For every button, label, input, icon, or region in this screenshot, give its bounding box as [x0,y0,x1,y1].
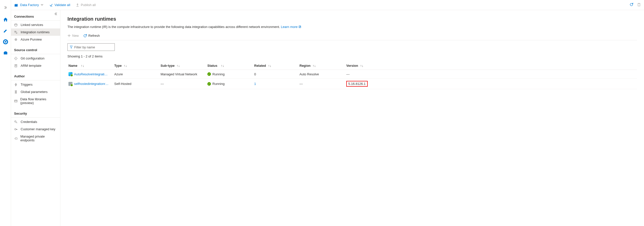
version-value: --- [346,72,350,76]
related-link[interactable]: 1 [254,82,256,86]
sort-icon: ↑↓ [313,64,316,68]
table-header: Name↑↓ Type↑↓ Sub-type↑↓ Status↑↓ Relate… [67,62,637,70]
section-author-title: Author [11,72,60,80]
discard-icon [637,3,641,7]
nav-managed-private-endpoints[interactable]: Managed private endpoints [11,133,60,144]
subtype-value: --- [161,82,207,86]
mpe-icon [14,137,18,140]
col-name-header[interactable]: Name↑↓ [67,64,114,68]
nav-azure-purview-label: Azure Purview [21,38,42,41]
svg-point-9 [16,33,17,34]
nav-data-flow-libraries[interactable]: Data flow libraries (preview) [11,95,60,107]
linked-services-icon [14,23,18,27]
sort-icon: ↑↓ [124,64,127,68]
nav-linked-services[interactable]: Linked services [11,21,60,28]
cmk-icon [14,127,18,131]
col-subtype-header[interactable]: Sub-type↑↓ [161,64,207,68]
nav-triggers[interactable]: Triggers [11,81,60,88]
global-parameters-icon [14,90,18,94]
nav-global-parameters-label: Global parameters [21,90,48,94]
sort-icon: ↑↓ [360,64,363,68]
filter-by-name[interactable] [67,43,115,51]
type-value: Azure [114,72,161,76]
expand-rail-button[interactable] [0,2,11,13]
runtime-name-link[interactable]: selfhostedintegrationrun... [74,82,109,86]
nav-integration-runtimes-label: Integration runtimes [21,30,50,34]
new-button[interactable]: New [67,34,79,38]
nav-arm-template[interactable]: ARM template [11,62,60,69]
table-row: AutoResolveIntegrationR... Azure Managed… [67,70,637,79]
icon-rail [0,0,11,226]
validate-all-label: Validate all [54,3,70,7]
svg-rect-5 [15,5,18,7]
collapse-panel-button[interactable] [54,12,58,16]
svg-rect-4 [5,51,7,52]
svg-point-11 [16,39,16,40]
page-description: The integration runtime (IR) is the comp… [67,25,637,29]
topbar: Data Factory Validate all Publish all [11,0,644,10]
svg-rect-14 [15,91,17,91]
section-security-title: Security [11,109,60,118]
filter-input[interactable] [74,45,112,49]
manage-icon[interactable] [0,47,11,58]
publish-all-button: Publish all [76,3,96,7]
sort-icon: ↑↓ [177,64,180,68]
section-connections-title: Connections [11,12,60,21]
nav-azure-purview[interactable]: Azure Purview [11,36,60,43]
col-version-header[interactable]: Version↑↓ [346,64,376,68]
nav-triggers-label: Triggers [21,83,32,86]
nav-data-flow-libraries-label: Data flow libraries (preview) [20,97,57,105]
nav-credentials-label: Credentials [21,120,37,124]
section-sourcecontrol-title: Source control [11,46,60,54]
sort-icon: ↑↓ [81,64,84,68]
main-content: Integration runtimes The integration run… [60,10,644,226]
svg-point-12 [16,58,16,59]
author-icon[interactable] [0,25,11,36]
col-region-header[interactable]: Region↑↓ [299,64,346,68]
credentials-icon [14,120,18,124]
nav-global-parameters[interactable]: Global parameters [11,88,60,95]
breadcrumb[interactable]: Data Factory [14,3,43,7]
publish-all-label: Publish all [81,3,96,7]
home-icon[interactable] [0,14,11,25]
triggers-icon [14,83,18,86]
validate-all-button[interactable]: Validate all [49,3,70,7]
refresh-top-button[interactable] [629,3,633,7]
nav-git-configuration-label: Git configuration [21,56,45,60]
version-value-highlighted: 5.16.8126.1 [346,81,368,87]
showing-count: Showing 1 - 2 of 2 items [67,54,637,58]
nav-customer-managed-key[interactable]: Customer managed key [11,125,60,133]
monitor-icon[interactable] [0,36,11,47]
factory-icon [14,3,18,7]
nav-customer-managed-key-label: Customer managed key [21,127,55,131]
table-row: selfhostedintegrationrun... Self-Hosted … [67,79,637,89]
sort-icon: ↑↓ [268,64,271,68]
nav-credentials[interactable]: Credentials [11,118,60,125]
svg-rect-15 [15,92,17,93]
refresh-button[interactable]: Refresh [83,34,100,38]
region-value: Auto Resolve [299,72,346,76]
region-value: --- [299,82,346,86]
col-type-header[interactable]: Type↑↓ [114,64,161,68]
svg-rect-16 [15,100,17,102]
svg-rect-3 [4,52,7,54]
nav-managed-private-endpoints-label: Managed private endpoints [20,135,57,142]
svg-point-7 [15,24,17,25]
chevron-down-icon[interactable] [41,3,43,7]
col-related-header[interactable]: Related↑↓ [254,64,299,68]
status-value: Running [212,72,224,76]
toolbar: New Refresh [67,33,637,40]
nav-git-configuration[interactable]: Git configuration [11,55,60,62]
type-value: Self-Hosted [114,82,161,86]
col-status-header[interactable]: Status↑↓ [207,64,254,68]
related-value: 0 [254,72,256,76]
subtype-value: Managed Virtual Network [161,72,207,76]
runtime-icon [68,82,72,86]
sort-icon: ↑↓ [221,64,224,68]
dataflow-libraries-icon [14,99,18,103]
nav-integration-runtimes[interactable]: Integration runtimes [11,28,60,36]
status-running-icon [207,72,211,76]
learn-more-link[interactable]: Learn more [281,25,301,29]
status-value: Running [212,82,224,86]
runtime-name-link[interactable]: AutoResolveIntegrationR... [74,72,109,76]
